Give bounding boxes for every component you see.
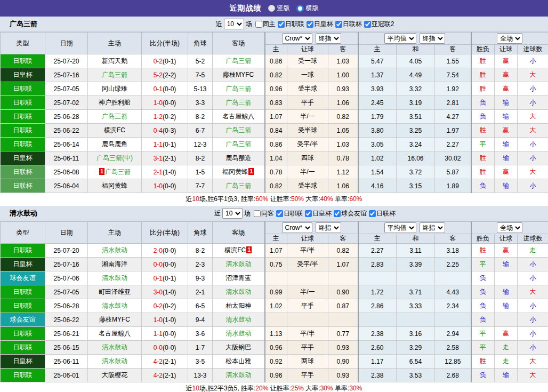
- match-score: 2-1(1-0): [142, 165, 188, 179]
- match-row: 日职联25-07-20清水鼓动2-0(0-0)8-2横滨FC11.07平/半0.…: [1, 244, 548, 258]
- avg-odds-home: [358, 313, 397, 327]
- team-name-text: 大阪樱花: [102, 371, 127, 379]
- match-row: 日职联25-06-01大阪樱花4-2(2-1)13-3清水鼓动0.96平手0.9…: [1, 369, 548, 382]
- handicap-line: [287, 313, 328, 327]
- column-header: 比分(半场): [142, 222, 188, 244]
- league-filter-option[interactable]: 日职联: [274, 209, 303, 218]
- avg-odds-home: 2.60: [358, 341, 397, 355]
- final-index-select[interactable]: 终指: [316, 222, 341, 233]
- match-row: 日皇杯25-07-16湘南海洋0-0(0-0)2-3清水鼓动0.75受平/半1.…: [1, 258, 548, 271]
- league-checkbox[interactable]: [305, 210, 312, 217]
- home-team: 鹿岛鹿角: [88, 138, 142, 151]
- team-name-text: 鹿岛鹿角: [102, 140, 127, 148]
- avg-odds-draw: [397, 271, 435, 285]
- column-header: 日期: [45, 222, 88, 244]
- match-date: 25-06-11: [45, 151, 88, 165]
- result-winloss: 胜: [471, 244, 495, 258]
- home-team: 冈山绿雉: [88, 82, 142, 96]
- match-date: 25-07-02: [45, 96, 88, 110]
- result-goals: 小: [518, 179, 548, 193]
- column-subheader: 主: [265, 234, 287, 244]
- final-index-select[interactable]: 终指: [316, 33, 341, 44]
- avg-odds-home: 3.93: [358, 82, 397, 96]
- layout-radio-vertical[interactable]: 竖版: [268, 4, 290, 13]
- team-name-text: 横滨FC: [104, 126, 125, 134]
- handicap-line: 受平/半: [287, 138, 328, 151]
- away-team: 清水鼓动: [213, 313, 265, 327]
- match-score: 4-2(2-1): [142, 369, 188, 382]
- league-checkbox[interactable]: [334, 210, 341, 217]
- corner-score: 1-5: [188, 165, 213, 179]
- league-checkbox[interactable]: [307, 21, 313, 28]
- league-checkbox[interactable]: [369, 210, 376, 217]
- column-header: 日期: [45, 33, 88, 54]
- match-score: 0-2(0-1): [142, 54, 188, 68]
- same-venue-checkbox[interactable]: [255, 21, 262, 28]
- result-goals: 大: [518, 110, 548, 124]
- summary-segment: 30%: [349, 385, 362, 392]
- league-filter-option[interactable]: 球会友谊: [332, 209, 367, 218]
- league-filter-option[interactable]: 日皇杯: [303, 209, 332, 218]
- bookmaker-select[interactable]: Crow*: [282, 33, 312, 44]
- league-checkbox[interactable]: [276, 210, 283, 217]
- corner-score: 3-6: [188, 327, 213, 341]
- match-date: 25-06-14: [45, 138, 88, 151]
- avg-odds-away: 2.81: [435, 96, 471, 110]
- same-venue-option[interactable]: 同客: [252, 209, 274, 218]
- bookmaker-select[interactable]: Crow*: [282, 222, 312, 233]
- away-team: 松本山雅: [213, 355, 265, 369]
- league-label: 日皇杯: [312, 209, 332, 218]
- league-label: 日职联: [284, 209, 303, 218]
- fulltime-select[interactable]: 全场: [497, 222, 522, 233]
- radio-button-icon: [268, 5, 275, 12]
- average-select[interactable]: 平均值: [384, 33, 416, 44]
- avg-odds-away: 2.68: [435, 369, 471, 382]
- final-index-select[interactable]: 终指: [420, 33, 445, 44]
- summary-segment: 近: [186, 385, 192, 392]
- column-subheader: 让球: [495, 45, 518, 54]
- team-name-text: 广岛三箭: [225, 140, 251, 148]
- handicap-line: 受一球: [287, 54, 328, 68]
- recent-count-select[interactable]: 10: [224, 19, 244, 29]
- league-filter-option[interactable]: 亚冠联2: [362, 20, 394, 29]
- avg-odds-away: 3.18: [435, 244, 471, 258]
- avg-odds-draw: 4.05: [397, 54, 435, 68]
- same-venue-option[interactable]: 同主: [253, 20, 276, 29]
- column-header: 角球: [188, 33, 213, 54]
- fulltime-select[interactable]: 全场: [497, 33, 522, 44]
- league-label: 球会友谊: [341, 209, 367, 218]
- league-type-badge: 日职联: [1, 341, 45, 355]
- column-header: 类型: [1, 33, 45, 54]
- league-filter-option[interactable]: 日职联: [276, 20, 304, 29]
- league-checkbox[interactable]: [278, 21, 285, 28]
- away-team: 藤枝MYFC: [213, 68, 265, 82]
- league-filter-option[interactable]: 日皇杯: [304, 20, 333, 29]
- avg-odds-away: [435, 313, 471, 327]
- league-checkbox[interactable]: [364, 21, 371, 28]
- same-venue-checkbox[interactable]: [254, 210, 261, 217]
- match-score: 1-0(0-0): [142, 96, 188, 110]
- final-index-select[interactable]: 终指: [420, 222, 445, 233]
- result-goals: 小: [518, 341, 548, 355]
- average-select[interactable]: 平均值: [384, 222, 416, 233]
- handicap-odds-home: [265, 313, 287, 327]
- league-type-badge: 日职联: [1, 244, 45, 258]
- league-filter-option[interactable]: 日联杯: [333, 20, 362, 29]
- layout-radio-horizontal[interactable]: 横版: [296, 4, 319, 13]
- league-label: 日职联: [285, 20, 304, 29]
- fulltime-score: 1-0: [154, 99, 163, 107]
- corner-score: 1-7: [188, 341, 213, 355]
- team-name-text: 福冈黄蜂: [222, 168, 248, 175]
- fulltime-score: 0-1: [154, 275, 163, 282]
- corner-score: 2-3: [188, 258, 213, 271]
- league-filter-option[interactable]: 日联杯: [367, 209, 396, 218]
- avg-odds-home: 1.79: [358, 110, 397, 124]
- league-checkbox[interactable]: [335, 21, 342, 28]
- result-goals: 小: [518, 138, 548, 151]
- recent-count-select[interactable]: 10: [222, 208, 243, 219]
- avg-odds-draw: 3.32: [397, 82, 435, 96]
- match-score: 1-0(1-0): [142, 313, 188, 327]
- result-goals: 小: [518, 299, 548, 313]
- column-subheader: 主: [265, 45, 287, 54]
- avg-odds-draw: 3.15: [397, 179, 435, 193]
